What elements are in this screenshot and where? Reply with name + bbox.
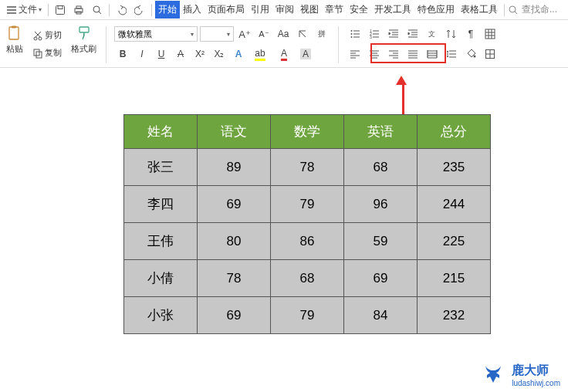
table-cell[interactable]: 69 (198, 186, 271, 223)
text-direction-button[interactable]: 文 (424, 25, 441, 42)
clear-format-button[interactable] (294, 25, 311, 42)
italic-button[interactable]: I (134, 46, 150, 63)
table-header-cell[interactable]: 语文 (198, 115, 271, 149)
sort-button[interactable] (443, 25, 460, 42)
table-cell[interactable]: 68 (344, 149, 418, 186)
table-header-cell[interactable]: 姓名 (124, 115, 198, 149)
insert-table-button[interactable] (482, 25, 499, 42)
table-row[interactable]: 小张697984232 (124, 297, 491, 334)
subscript-button[interactable]: X₂ (211, 46, 228, 63)
bullet-list-button[interactable] (347, 25, 363, 42)
table-cell[interactable]: 80 (198, 223, 271, 260)
font-name-select[interactable]: 微软雅黑▾ (114, 26, 198, 42)
svg-point-16 (351, 36, 353, 38)
table-cell[interactable]: 84 (344, 297, 418, 334)
table-cell[interactable]: 244 (418, 186, 491, 223)
table-cell[interactable]: 225 (418, 223, 491, 260)
change-case-button[interactable]: Aa (275, 25, 292, 42)
paste-label: 粘贴 (6, 43, 23, 55)
grades-table[interactable]: 姓名语文数学英语总分 张三897868235李四697996244王伟80865… (123, 114, 491, 334)
undo-icon (116, 5, 127, 15)
watermark-domain: ludashiwj.com (512, 379, 560, 387)
decrease-indent-button[interactable] (385, 25, 402, 42)
ribbon-tab[interactable]: 审阅 (272, 1, 297, 19)
font-size-select[interactable]: ▾ (200, 26, 234, 42)
table-cell[interactable]: 89 (198, 149, 271, 186)
align-left-button[interactable] (347, 46, 363, 63)
table-cell[interactable]: 69 (198, 297, 271, 334)
decrease-font-button[interactable]: A⁻ (255, 25, 272, 42)
chevron-down-icon: ▾ (39, 6, 42, 13)
increase-indent-button[interactable] (404, 25, 421, 42)
table-cell[interactable]: 78 (198, 260, 271, 297)
table-cell[interactable]: 232 (418, 297, 491, 334)
shading-button[interactable] (462, 46, 479, 63)
superscript-button[interactable]: X² (191, 46, 208, 63)
ribbon-tab[interactable]: 章节 (322, 1, 347, 19)
table-row[interactable]: 李四697996244 (124, 186, 491, 223)
char-shading-button[interactable]: A (297, 46, 314, 63)
table-cell[interactable]: 86 (271, 223, 344, 260)
ribbon-tab[interactable]: 开始 (155, 1, 180, 19)
ribbon-tab[interactable]: 安全 (347, 1, 371, 19)
phonetic-button[interactable]: 拼 (313, 25, 330, 42)
table-header-cell[interactable]: 数学 (271, 115, 344, 149)
table-cell[interactable]: 79 (271, 297, 344, 334)
ribbon-tab[interactable]: 视图 (297, 1, 322, 19)
bold-button[interactable]: B (114, 46, 131, 63)
table-cell[interactable]: 李四 (124, 186, 198, 223)
save-button[interactable] (52, 2, 69, 19)
redo-button[interactable] (131, 2, 148, 19)
strikethrough-button[interactable]: A (172, 46, 189, 63)
table-row[interactable]: 张三897868235 (124, 149, 491, 186)
underline-button[interactable]: U (153, 46, 170, 63)
command-search[interactable]: 查找命... (508, 3, 557, 16)
bold-icon: B (120, 49, 127, 59)
svg-rect-0 (56, 5, 65, 14)
table-cell[interactable]: 小张 (124, 297, 198, 334)
svg-rect-3 (76, 6, 81, 8)
increase-font-button[interactable]: A⁺ (236, 25, 253, 42)
copy-button[interactable]: 复制 (31, 46, 63, 60)
table-cell[interactable]: 68 (271, 260, 344, 297)
char-shading-icon: A (300, 49, 311, 59)
ribbon-tab[interactable]: 引用 (248, 1, 272, 19)
paste-button[interactable]: 粘贴 (5, 23, 25, 56)
table-cell[interactable]: 79 (271, 186, 344, 223)
table-row[interactable]: 王伟808659225 (124, 223, 491, 260)
text-effects-button[interactable]: A (230, 46, 247, 63)
ribbon-tab[interactable]: 页面布局 (205, 1, 248, 19)
table-cell[interactable]: 215 (418, 260, 491, 297)
table-cell[interactable]: 王伟 (124, 223, 198, 260)
table-row[interactable]: 小倩786869215 (124, 260, 491, 297)
ribbon-tab[interactable]: 插入 (180, 1, 205, 19)
ribbon-tab[interactable]: 开发工具 (371, 1, 414, 19)
print-button[interactable] (70, 2, 87, 19)
show-marks-button[interactable]: ¶ (462, 25, 479, 42)
font-color-button[interactable]: A (273, 46, 295, 63)
separator (109, 4, 110, 16)
ribbon-tab[interactable]: 特色应用 (414, 1, 458, 19)
table-cell[interactable]: 235 (418, 149, 491, 186)
search-placeholder: 查找命... (522, 3, 557, 16)
table-cell[interactable]: 张三 (124, 149, 198, 186)
table-cell[interactable]: 78 (271, 149, 344, 186)
table-header-cell[interactable]: 总分 (418, 115, 491, 149)
ribbon-tab[interactable]: 表格工具 (458, 1, 501, 19)
cut-button[interactable]: 剪切 (31, 28, 63, 42)
borders-button[interactable] (482, 46, 499, 63)
undo-button[interactable] (113, 2, 130, 19)
phonetic-icon: 拼 (318, 29, 326, 39)
table-cell[interactable]: 69 (344, 260, 418, 297)
table-header-cell[interactable]: 英语 (344, 115, 418, 149)
preview-button[interactable] (89, 2, 106, 19)
table-cell[interactable]: 小倩 (124, 260, 198, 297)
numbered-list-button[interactable]: 123 (366, 25, 383, 42)
table-cell[interactable]: 59 (344, 223, 418, 260)
svg-point-9 (34, 37, 37, 40)
file-menu-label: 文件 (19, 3, 37, 16)
file-menu[interactable]: 文件 ▾ (3, 2, 45, 18)
highlight-button[interactable]: ab (249, 46, 271, 63)
format-painter-button[interactable]: 格式刷 (69, 23, 98, 56)
table-cell[interactable]: 96 (344, 186, 418, 223)
